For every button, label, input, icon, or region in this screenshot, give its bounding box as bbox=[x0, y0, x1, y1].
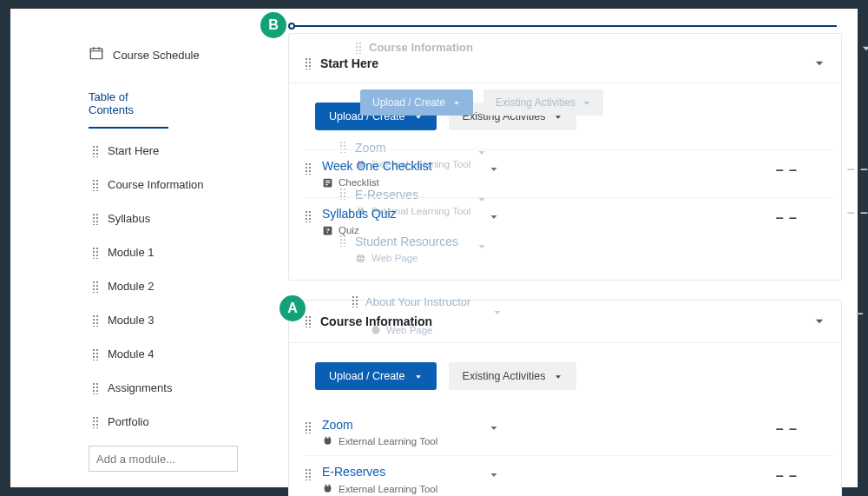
svg-point-5 bbox=[372, 326, 380, 334]
toc-link[interactable]: Table of Contents bbox=[89, 80, 168, 129]
module-course-information: About Your Instructor Web Page – – Cours… bbox=[288, 300, 842, 496]
sidebar-item-assignments[interactable]: Assignments bbox=[89, 371, 269, 405]
sidebar-item-label: Module 2 bbox=[108, 280, 154, 293]
drag-handle-icon[interactable] bbox=[92, 382, 99, 394]
chevron-down-icon[interactable] bbox=[813, 57, 825, 69]
callout-pin bbox=[288, 23, 295, 30]
sidebar-item-start-here[interactable]: Start Here bbox=[89, 134, 269, 168]
main-content: Course Information Start Here Upload / C… bbox=[288, 21, 842, 496]
ghost-chevron bbox=[492, 306, 503, 321]
ghost-item-title: Student Resources bbox=[355, 235, 458, 249]
app-frame: B A Course Schedule Table of Contents St… bbox=[10, 9, 858, 487]
drag-handle-icon[interactable] bbox=[92, 416, 99, 428]
ghost-existing-button: Existing Activities bbox=[483, 89, 603, 116]
plugin-icon bbox=[322, 483, 333, 494]
chevron-down-icon[interactable] bbox=[489, 421, 501, 433]
drag-handle-icon[interactable] bbox=[92, 314, 99, 327]
existing-activities-button[interactable]: Existing Activities bbox=[449, 362, 577, 390]
web-page-icon bbox=[371, 325, 381, 335]
upload-create-button[interactable]: Upload / Create bbox=[315, 362, 437, 390]
ghost-dash: – – bbox=[847, 205, 868, 221]
checklist-icon bbox=[322, 177, 333, 188]
chevron-down-icon[interactable] bbox=[489, 468, 501, 480]
ghost-item-type: Web Page bbox=[386, 325, 433, 335]
due-date-placeholder: – – bbox=[776, 210, 798, 226]
drag-handle-icon[interactable] bbox=[92, 348, 99, 360]
sidebar-item-syllabus[interactable]: Syllabus bbox=[89, 202, 269, 235]
drag-handle-icon[interactable] bbox=[305, 210, 312, 222]
item-type: External Learning Tool bbox=[339, 436, 437, 446]
drag-handle-icon[interactable] bbox=[305, 315, 312, 327]
drag-handle-icon[interactable] bbox=[92, 145, 99, 157]
drag-handle-icon[interactable] bbox=[305, 162, 312, 175]
drag-handle-icon[interactable] bbox=[92, 213, 99, 225]
sidebar-item-label: Assignments bbox=[108, 381, 172, 394]
upload-label: Upload / Create bbox=[329, 370, 405, 382]
due-date-placeholder: – – bbox=[776, 421, 798, 437]
item-title: Syllabus Quiz bbox=[322, 207, 478, 222]
item-title: Week One Checklist bbox=[322, 159, 478, 174]
content-item[interactable]: Zoom External Learning Tool – – bbox=[305, 409, 832, 456]
ghost-dash: – – bbox=[856, 306, 868, 321]
sidebar-item-label: Course Information bbox=[108, 178, 204, 191]
svg-rect-0 bbox=[90, 49, 102, 59]
module-start-here: Course Information Start Here Upload / C… bbox=[288, 33, 842, 281]
chevron-down-icon bbox=[414, 372, 423, 380]
sidebar-item-module-2[interactable]: Module 2 bbox=[89, 269, 269, 303]
chevron-down-icon[interactable] bbox=[489, 210, 501, 222]
drag-handle-icon[interactable] bbox=[92, 281, 99, 293]
item-title: E-Reserves bbox=[322, 465, 478, 479]
sidebar: Course Schedule Table of Contents Start … bbox=[89, 40, 269, 472]
drag-handle-icon[interactable] bbox=[305, 57, 312, 69]
chevron-down-icon[interactable] bbox=[813, 315, 825, 327]
module-title: Start Here bbox=[320, 56, 805, 70]
ghost-dash: – – bbox=[847, 162, 868, 177]
sidebar-item-module-3[interactable]: Module 3 bbox=[89, 303, 269, 337]
chevron-down-icon bbox=[452, 98, 461, 107]
callout-badge-b: B bbox=[260, 12, 286, 38]
module-items: Zoom External Learning Tool – – E-Reserv… bbox=[289, 409, 841, 496]
sidebar-item-label: Start Here bbox=[108, 144, 159, 157]
sidebar-item-module-4[interactable]: Module 4 bbox=[89, 337, 269, 371]
sidebar-item-label: Syllabus bbox=[108, 212, 150, 225]
drag-handle-icon[interactable] bbox=[92, 247, 99, 259]
ghost-item-about-instructor: About Your Instructor bbox=[352, 295, 470, 308]
drag-handle-icon[interactable] bbox=[92, 179, 99, 191]
sidebar-item-label: Portfolio bbox=[108, 415, 149, 428]
sidebar-item-module-1[interactable]: Module 1 bbox=[89, 235, 269, 269]
add-module-input[interactable] bbox=[89, 446, 238, 472]
calendar-icon bbox=[89, 45, 104, 64]
callout-line bbox=[294, 25, 837, 27]
ghost-item-sub: Web Page bbox=[371, 325, 433, 335]
item-type: External Learning Tool bbox=[339, 484, 437, 494]
ghost-item-title: About Your Instructor bbox=[365, 295, 470, 308]
ghost-module-title: Course Information bbox=[355, 41, 473, 54]
sidebar-item-course-information[interactable]: Course Information bbox=[89, 168, 269, 202]
module-items: Zoom External Learning Tool Week One Che… bbox=[289, 149, 841, 280]
ghost-existing-label: Existing Activities bbox=[496, 96, 575, 109]
item-title: Zoom bbox=[322, 418, 478, 433]
chevron-down-icon[interactable] bbox=[489, 162, 501, 175]
web-page-icon bbox=[355, 253, 366, 264]
chevron-down-icon-ghost bbox=[860, 43, 868, 55]
content-item[interactable]: E-Reserves External Learning Tool – – bbox=[305, 455, 832, 496]
plugin-icon bbox=[322, 435, 333, 446]
ghost-chevron bbox=[477, 240, 487, 255]
ghost-upload-label: Upload / Create bbox=[372, 96, 445, 109]
sidebar-item-label: Module 4 bbox=[108, 347, 154, 360]
drag-handle-icon[interactable] bbox=[305, 421, 312, 433]
drag-handle-icon[interactable] bbox=[305, 468, 312, 480]
quiz-icon: ? bbox=[322, 225, 333, 236]
module-actions: Upload / Create Existing Activities Uplo… bbox=[289, 83, 841, 149]
sidebar-item-label: Module 1 bbox=[108, 246, 154, 259]
course-schedule-link[interactable]: Course Schedule bbox=[89, 40, 269, 80]
due-date-placeholder: – – bbox=[776, 468, 798, 484]
drag-handle-icon bbox=[352, 295, 358, 308]
chevron-down-icon bbox=[582, 98, 591, 107]
sidebar-item-portfolio[interactable]: Portfolio bbox=[89, 405, 269, 439]
chevron-down-icon bbox=[554, 372, 562, 380]
due-date-placeholder: – – bbox=[776, 162, 798, 178]
course-schedule-label: Course Schedule bbox=[113, 49, 200, 62]
drag-handle-icon bbox=[339, 235, 346, 247]
sidebar-item-label: Module 3 bbox=[108, 314, 154, 327]
